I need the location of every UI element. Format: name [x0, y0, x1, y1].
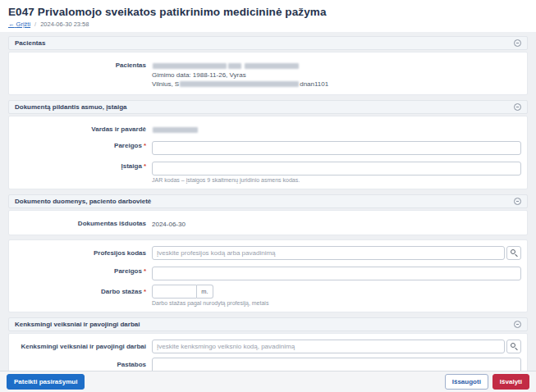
- breadcrumb: ← Grįžti / 2024-06-30 23:58: [8, 21, 528, 28]
- submit-for-signing-button[interactable]: Pateikti pasirašymui: [7, 374, 85, 390]
- veiksniai-search-group: [152, 340, 521, 353]
- address-prefix: Vilnius, S: [152, 80, 179, 88]
- section-pacientas: Pacientas Pacientas Gimimo data: 1988-11…: [8, 36, 528, 95]
- back-link-label: Grįžti: [16, 21, 31, 28]
- redacted-text: [228, 63, 241, 69]
- pareigos-label: Pareigos*: [14, 139, 152, 155]
- form-row: Vardas ir pavardė: [14, 122, 522, 134]
- section-pildantis-header: Dokumentą pildantis asmuo, įstaiga: [8, 100, 528, 114]
- form-row: Įstaiga* JAR kodas – įstaigos 9 skaitmen…: [14, 159, 522, 183]
- profesijos-input[interactable]: [152, 246, 505, 260]
- veiksniai-search-button[interactable]: [506, 340, 521, 353]
- breadcrumb-separator: /: [34, 21, 36, 28]
- required-marker: *: [144, 267, 146, 275]
- patient-row: Pacientas Gimimo data: 1988-11-26, Vyras…: [14, 58, 522, 89]
- form-row: Kenksmingi veiksniai ir pavojingi darbai: [14, 340, 522, 353]
- section-title: Dokumentą pildantis asmuo, įstaiga: [15, 103, 126, 111]
- section-pildantis-body: Vardas ir pavardė Pareigos* Įstaiga* JAR…: [8, 116, 528, 189]
- timestamp: 2024-06-30 23:58: [40, 21, 89, 28]
- collapse-icon[interactable]: [514, 39, 521, 47]
- search-icon: [511, 249, 515, 254]
- form-row: Pareigos*: [14, 139, 522, 155]
- veiksniai-label: Kenksmingi veiksniai ir pavojingi darbai: [14, 340, 152, 353]
- section-kenksmingi-header: Kenksmingi veiksniai ir pavojingi darbai: [8, 317, 528, 331]
- page-header: E047 Privalomojo sveikatos patikrinimo m…: [0, 0, 536, 32]
- patient-name-line: [152, 62, 521, 71]
- redacted-text: [153, 127, 198, 133]
- form-content: Pacientas Pacientas Gimimo data: 1988-11…: [0, 32, 536, 386]
- patient-info: Gimimo data: 1988-11-26, Vyras Vilnius, …: [152, 58, 522, 89]
- back-arrow-icon: ←: [8, 21, 15, 28]
- redacted-text: [153, 63, 227, 69]
- isduotas-value: 2024-06-30: [152, 217, 522, 229]
- form-row: Dokumentas išduotas 2024-06-30: [14, 217, 522, 229]
- redacted-text: [245, 63, 299, 69]
- stazas-input[interactable]: [152, 285, 197, 299]
- redacted-text: [180, 81, 299, 87]
- required-marker: *: [144, 288, 146, 295]
- istaiga-input[interactable]: [152, 162, 521, 175]
- stazas-group: m.: [152, 285, 521, 299]
- section-dokumento: Dokumento duomenys, paciento darbovietė …: [8, 194, 528, 312]
- stazas-label: Darbo stažas*: [14, 285, 152, 306]
- form-row: Profesijos kodas: [14, 246, 522, 260]
- clear-button[interactable]: Išvalyti: [492, 374, 529, 390]
- stazas-unit-suffix: m.: [197, 285, 213, 299]
- back-link[interactable]: ← Grįžti: [8, 21, 30, 28]
- patient-label: Pacientas: [14, 58, 152, 89]
- istaiga-hint: JAR kodas – įstaigos 9 skaitmenų juridin…: [152, 177, 521, 183]
- form-row: Darbo stažas* m. Darbo stažas pagal nuro…: [14, 285, 522, 306]
- vardas-label: Vardas ir pavardė: [14, 122, 152, 134]
- section-dokumento-body-2: Profesijos kodas Pareigos* Darbo stažas*: [8, 239, 528, 312]
- profesijos-search-group: [152, 246, 521, 260]
- vardas-value: [152, 122, 522, 134]
- collapse-icon[interactable]: [514, 198, 521, 205]
- action-bar: Pateikti pasirašymui Išsaugoti Išvalyti: [0, 371, 536, 392]
- pareigos2-input[interactable]: [152, 267, 521, 280]
- section-title: Kenksmingi veiksniai ir pavojingi darbai: [15, 321, 140, 328]
- section-dokumento-header: Dokumento duomenys, paciento darbovietė: [8, 194, 528, 208]
- profesijos-label: Profesijos kodas: [14, 246, 152, 260]
- veiksniai-input[interactable]: [152, 340, 505, 353]
- profesijos-search-button[interactable]: [506, 246, 521, 260]
- collapse-icon[interactable]: [514, 321, 521, 328]
- required-marker: *: [144, 162, 146, 170]
- section-title: Dokumento duomenys, paciento darbovietė: [15, 198, 151, 205]
- search-icon: [511, 343, 515, 348]
- section-pacientas-body: Pacientas Gimimo data: 1988-11-26, Vyras…: [8, 52, 528, 95]
- section-pildantis: Dokumentą pildantis asmuo, įstaiga Varda…: [8, 100, 528, 189]
- required-marker: *: [144, 142, 146, 149]
- pareigos-input[interactable]: [152, 141, 521, 155]
- section-pacientas-header: Pacientas: [8, 36, 528, 50]
- pareigos2-label: Pareigos*: [14, 264, 152, 280]
- form-row: Pareigos*: [14, 264, 522, 280]
- page-title: E047 Privalomojo sveikatos patikrinimo m…: [8, 6, 528, 18]
- isduotas-label: Dokumentas išduotas: [14, 217, 152, 229]
- address-suffix: dnan1101: [300, 80, 328, 88]
- istaiga-label: Įstaiga*: [14, 159, 152, 183]
- section-title: Pacientas: [15, 39, 45, 47]
- collapse-icon[interactable]: [514, 103, 521, 111]
- stazas-hint: Darbo stažas pagal nurodytą profesiją, m…: [152, 300, 521, 306]
- patient-address-line: Vilnius, Sdnan1101: [152, 80, 521, 89]
- section-dokumento-body-1: Dokumentas išduotas 2024-06-30: [8, 210, 528, 235]
- save-button[interactable]: Išsaugoti: [445, 374, 488, 390]
- patient-birth-line: Gimimo data: 1988-11-26, Vyras: [152, 71, 521, 80]
